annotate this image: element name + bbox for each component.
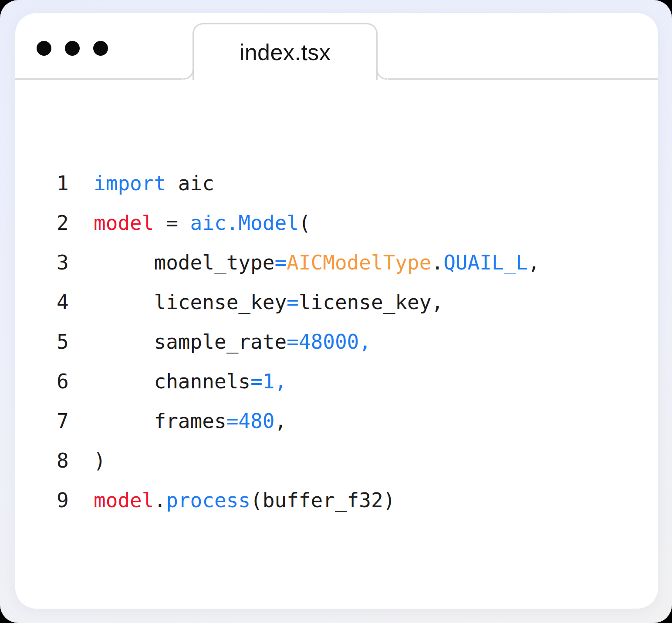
code-token: model_type xyxy=(94,251,274,274)
code-line: 6 channels=1, xyxy=(57,362,641,401)
titlebar-divider-right xyxy=(388,78,658,80)
page-background: index.tsx 1import aic2model = aic.Model(… xyxy=(0,0,672,623)
code-line: 4 license_key=license_key, xyxy=(57,283,641,322)
code-text: model = aic.Model( xyxy=(94,203,311,243)
code-token: =480 xyxy=(226,409,275,433)
code-token: , xyxy=(528,251,540,274)
code-token: = xyxy=(154,211,190,235)
window-control-dot[interactable] xyxy=(65,41,80,56)
code-text: model_type=AICModelType.QUAIL_L, xyxy=(94,243,540,283)
line-number: 3 xyxy=(57,243,94,283)
line-number: 1 xyxy=(57,164,94,203)
code-line: 7 frames=480, xyxy=(57,401,641,441)
line-number: 9 xyxy=(57,481,94,520)
code-line: 5 sample_rate=48000, xyxy=(57,322,641,362)
code-token: model xyxy=(94,211,154,235)
code-token: ( xyxy=(299,211,311,235)
code-text: frames=480, xyxy=(94,401,287,441)
code-line: 9model.process(buffer_f32) xyxy=(57,481,641,520)
line-number: 2 xyxy=(57,203,94,243)
code-token: = xyxy=(287,290,299,314)
line-number: 5 xyxy=(57,322,94,362)
code-token: ) xyxy=(94,449,106,472)
line-number: 4 xyxy=(57,283,94,322)
code-token: sample_rate xyxy=(94,330,287,354)
code-token: (buffer_f32) xyxy=(250,488,395,512)
code-token: = xyxy=(274,251,287,274)
code-text: license_key=license_key, xyxy=(94,283,443,322)
code-text: ) xyxy=(94,441,106,481)
code-text: channels=1, xyxy=(94,362,287,401)
line-number: 6 xyxy=(57,362,94,401)
code-token: import xyxy=(94,172,166,195)
code-token: , xyxy=(274,409,287,433)
code-line: 8) xyxy=(57,441,641,481)
code-token: process xyxy=(166,488,250,512)
code-token: license_key xyxy=(94,290,287,314)
code-line: 3 model_type=AICModelType.QUAIL_L, xyxy=(57,243,641,283)
window-controls xyxy=(37,41,108,56)
titlebar-divider-left xyxy=(15,78,182,80)
code-text: import aic xyxy=(94,164,214,203)
code-token: AICModelType xyxy=(287,251,431,274)
code-token: =48000, xyxy=(287,330,371,354)
code-token: . xyxy=(431,251,443,274)
code-token: =1, xyxy=(250,370,287,393)
line-number: 7 xyxy=(57,401,94,441)
window-control-dot[interactable] xyxy=(37,41,51,56)
titlebar: index.tsx xyxy=(15,13,658,80)
tab-label: index.tsx xyxy=(240,39,331,65)
code-token: license_key, xyxy=(299,290,443,314)
code-token: channels xyxy=(94,370,250,393)
code-text: model.process(buffer_f32) xyxy=(94,481,395,520)
code-token: QUAIL_L xyxy=(443,251,528,274)
code-line: 2model = aic.Model( xyxy=(57,203,641,243)
code-text: sample_rate=48000, xyxy=(94,322,371,362)
code-lines: 1import aic2model = aic.Model(3 model_ty… xyxy=(57,164,641,520)
code-token: aic xyxy=(166,172,214,195)
line-number: 8 xyxy=(57,441,94,481)
code-token: model xyxy=(94,488,154,512)
code-token: . xyxy=(154,488,166,512)
tab-index-tsx[interactable]: index.tsx xyxy=(192,23,378,80)
code-line: 1import aic xyxy=(57,164,641,203)
code-editor: 1import aic2model = aic.Model(3 model_ty… xyxy=(15,80,658,520)
code-token: frames xyxy=(94,409,226,433)
app-window: index.tsx 1import aic2model = aic.Model(… xyxy=(15,13,658,609)
code-token: aic.Model xyxy=(190,211,299,235)
window-control-dot[interactable] xyxy=(93,41,108,56)
